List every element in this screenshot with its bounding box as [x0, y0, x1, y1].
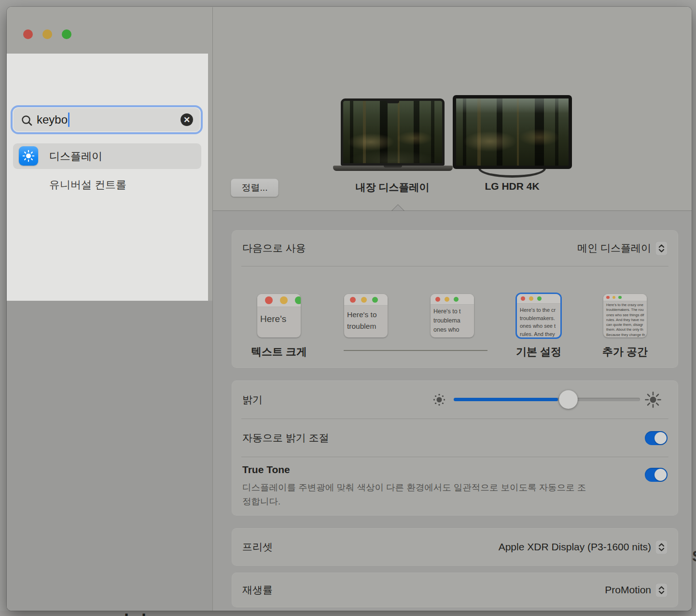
- search-results-panel: keybo ✕: [7, 54, 208, 301]
- traffic-green-icon: [618, 296, 622, 299]
- laptop-notch: [387, 100, 399, 103]
- traffic-yellow-icon: [280, 296, 288, 304]
- search-query-text: keybo: [37, 113, 68, 126]
- zoom-window-button[interactable]: [62, 29, 71, 39]
- desktop-text-fragment: ssh-keygen: [104, 611, 204, 616]
- traffic-yellow-icon: [361, 297, 367, 303]
- clear-search-button[interactable]: ✕: [181, 113, 193, 126]
- search-result-label: 디스플레이: [49, 149, 102, 164]
- true-tone-description: 디스플레이를 주변광에 맞춰 색상이 다른 환경에서도 일관적으로 보이도록 자…: [242, 480, 595, 508]
- traffic-yellow-icon: [445, 297, 449, 302]
- close-window-button[interactable]: [23, 29, 33, 39]
- minimize-window-button[interactable]: [42, 29, 52, 39]
- scaling-option-3[interactable]: Here's to ttroublemaones who: [431, 294, 474, 337]
- traffic-green-icon: [372, 297, 378, 303]
- traffic-green-icon: [295, 296, 301, 304]
- thumb-text: Here's to the crtroublemakers.ones who s…: [517, 304, 560, 337]
- scaling-option-larger-text[interactable]: Here's: [257, 294, 301, 337]
- traffic-red-icon: [265, 296, 273, 304]
- traffic-yellow-icon: [529, 296, 533, 301]
- scaling-option-2[interactable]: Here's totroublem: [344, 294, 388, 337]
- desktop-text-fragment-right: S: [692, 547, 696, 565]
- system-settings-window: keybo ✕: [7, 7, 692, 611]
- use-as-value: 메인 디스플레이: [577, 241, 651, 255]
- preset-dropdown[interactable]: [655, 540, 668, 554]
- brightness-slider-thumb[interactable]: [559, 390, 578, 409]
- scaling-option-default[interactable]: Here's to the crtroublemakers.ones who s…: [517, 294, 560, 337]
- true-tone-toggle[interactable]: [645, 468, 668, 482]
- builtin-display-thumbnail[interactable]: [341, 98, 445, 166]
- refresh-rate-label: 재생률: [242, 583, 273, 597]
- use-as-dropdown[interactable]: [655, 241, 668, 255]
- search-result-universal-control[interactable]: 유니버설 컨트롤: [13, 172, 201, 197]
- desktop-background-bottom: ssh-keygen: [0, 611, 696, 616]
- sun-dim-icon: [432, 392, 447, 407]
- traffic-red-icon: [435, 297, 440, 302]
- refresh-rate-value: ProMotion: [605, 584, 651, 596]
- brightness-slider-track[interactable]: [454, 398, 640, 401]
- traffic-green-icon: [454, 297, 459, 302]
- traffic-red-icon: [350, 297, 356, 303]
- search-icon: [21, 114, 33, 127]
- resolution-panel: 다음으로 사용 메인 디스플레이: [232, 230, 678, 368]
- search-result-label: 유니버설 컨트롤: [49, 178, 126, 192]
- preset-label: 프리셋: [242, 540, 273, 554]
- sun-bright-icon: [644, 391, 662, 408]
- traffic-red-icon: [606, 296, 610, 299]
- sidebar-dimmed-area: [7, 301, 212, 611]
- display-settings-content: 다음으로 사용 메인 디스플레이: [213, 211, 692, 611]
- auto-brightness-label: 자동으로 밝기 조절: [242, 431, 329, 445]
- brightness-panel: 밝기: [232, 380, 678, 516]
- external-display-thumbnail[interactable]: [453, 95, 572, 169]
- display-arrangement-strip: [213, 7, 692, 210]
- refresh-rate-panel: 재생률 ProMotion: [232, 573, 678, 607]
- traffic-red-icon: [521, 296, 525, 301]
- display-brightness-icon: [19, 146, 38, 166]
- traffic-yellow-icon: [612, 296, 616, 299]
- auto-brightness-toggle[interactable]: [645, 431, 668, 445]
- text-cursor: [68, 112, 70, 127]
- preset-panel: 프리셋 Apple XDR Display (P3-1600 nits): [232, 528, 678, 566]
- search-input[interactable]: keybo ✕: [11, 105, 203, 134]
- true-tone-label: True Tone: [242, 464, 595, 476]
- search-result-displays[interactable]: 디스플레이: [13, 143, 201, 169]
- scaling-option-more-space[interactable]: Here's to the crazy onetroublemakers. Th…: [603, 294, 647, 337]
- arrange-button[interactable]: 정렬...: [231, 179, 278, 197]
- thumb-text: Here's: [257, 307, 301, 326]
- sidebar: keybo ✕: [7, 7, 212, 611]
- scaling-label-default: 기본 설정: [516, 345, 561, 359]
- brightness-slider-fill: [454, 398, 558, 401]
- traffic-green-icon: [537, 296, 542, 301]
- scaling-label-more-space: 추가 공간: [602, 345, 648, 359]
- brightness-label: 밝기: [242, 393, 263, 406]
- thumb-text: Here's to ttroublemaones who: [431, 305, 474, 335]
- refresh-rate-dropdown[interactable]: [655, 583, 668, 597]
- scaling-options: Here's Here's totroublem: [232, 266, 678, 368]
- external-display-label: LG HDR 4K: [485, 181, 539, 192]
- desktop-background-right: S: [692, 546, 696, 568]
- thumb-text: Here's totroublem: [344, 306, 388, 332]
- use-as-label: 다음으로 사용: [242, 241, 306, 255]
- preset-value: Apple XDR Display (P3-1600 nits): [499, 541, 651, 553]
- scaling-label-connector: [344, 350, 487, 351]
- thumb-text: Here's to the crazy onetroublemakers. Th…: [603, 301, 647, 337]
- builtin-display-label: 내장 디스플레이: [356, 181, 430, 194]
- laptop-base: [333, 166, 453, 171]
- scaling-label-larger-text: 텍스트 크게: [251, 345, 307, 359]
